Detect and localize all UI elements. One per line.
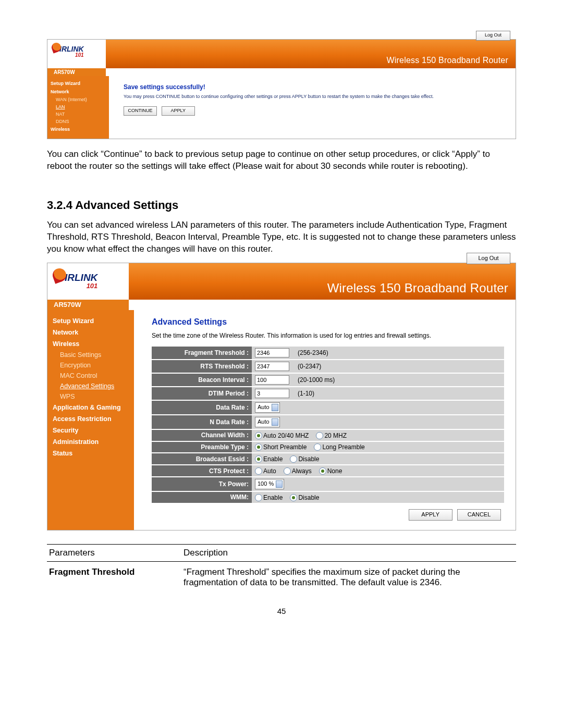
logout-button[interactable]: Log Out — [467, 253, 510, 264]
parameter-table: Parameters Description Fragment Threshol… — [47, 544, 516, 588]
radio-option[interactable] — [316, 432, 323, 439]
sidebar-item[interactable]: Network — [51, 88, 109, 96]
sidebar-item[interactable]: Status — [53, 448, 134, 459]
radio-option[interactable] — [255, 432, 262, 439]
col-parameters: Parameters — [47, 544, 181, 561]
panel-header: IRLINK101 Log Out Wireless 150 Broadband… — [47, 263, 516, 300]
doc-paragraph-2: You can set advanced wireless LAN parame… — [47, 219, 516, 255]
doc-paragraph-1: You can click “Continue” to back to prev… — [47, 149, 516, 172]
setting-label: Preamble Type : — [152, 441, 252, 453]
sidebar-item[interactable]: Advanced Settings — [53, 381, 134, 391]
sidebar: Setup WizardNetworkWirelessBasic Setting… — [47, 310, 134, 530]
setting-row: Preamble Type :Short PreambleLong Preamb… — [152, 441, 504, 453]
content: Save settings successfully! You may pres… — [109, 76, 516, 139]
setting-row: Tx Power:100 % — [152, 477, 504, 491]
text-input[interactable]: 2346 — [255, 348, 289, 357]
setting-value: 3(1-10) — [252, 387, 504, 400]
sidebar-item[interactable]: WPS — [53, 391, 134, 402]
save-title: Save settings successfully! — [124, 83, 508, 91]
range-note: (0-2347) — [298, 363, 321, 370]
radio-label: Disable — [298, 455, 319, 463]
apply-button[interactable]: APPLY — [162, 106, 195, 116]
setting-row: DTIM Period :3(1-10) — [152, 387, 504, 400]
section-heading: 3.2.4 Advanced Settings — [47, 199, 516, 212]
select-input[interactable]: Auto — [255, 402, 280, 413]
save-hint: You may press CONTINUE button to continu… — [124, 94, 508, 99]
param-desc: “Fragment Threshold” specifies the maxim… — [181, 561, 516, 588]
product-title: Wireless 150 Broadband Router — [327, 281, 508, 295]
router-advanced-panel: IRLINK101 Log Out Wireless 150 Broadband… — [47, 263, 516, 530]
section-hint: Set the time zone of the Wireless Router… — [152, 332, 504, 339]
setting-value: 2347(0-2347) — [252, 360, 504, 373]
radio-option[interactable] — [255, 455, 262, 463]
select-input[interactable]: Auto — [255, 417, 280, 427]
setting-row: Data Rate :Auto — [152, 400, 504, 415]
settings-form: Fragment Threshold :2346(256-2346)RTS Th… — [152, 347, 504, 504]
radio-option[interactable] — [319, 467, 326, 475]
setting-label: Tx Power: — [152, 477, 252, 491]
setting-label: CTS Protect : — [152, 465, 252, 477]
setting-value: EnableDisable — [252, 491, 504, 503]
sidebar-item[interactable]: Wireless — [51, 125, 109, 133]
continue-button[interactable]: CONTINUE — [124, 106, 157, 116]
sidebar-item[interactable]: LAN — [51, 103, 109, 110]
sidebar-item[interactable]: Setup Wizard — [51, 79, 109, 88]
sidebar-item[interactable]: Encryption — [53, 360, 134, 371]
setting-label: WMM: — [152, 491, 252, 503]
sidebar-item[interactable]: Network — [53, 327, 134, 338]
setting-value: Auto 20/40 MHZ20 MHZ — [252, 429, 504, 441]
radio-option[interactable] — [314, 443, 321, 451]
radio-option[interactable] — [290, 455, 297, 463]
header-bar: Log Out Wireless 150 Broadband Router — [129, 263, 516, 300]
model-strip: AR570W — [47, 68, 106, 76]
param-name: Fragment Threshold — [47, 561, 181, 588]
radio-option[interactable] — [255, 494, 262, 501]
radio-option[interactable] — [255, 467, 262, 475]
setting-row: CTS Protect :AutoAlwaysNone — [152, 465, 504, 477]
range-note: (1-10) — [298, 390, 314, 397]
text-input[interactable]: 2347 — [255, 362, 289, 371]
panel-header: IRLINK101 Log Out Wireless 150 Broadband… — [47, 40, 516, 68]
setting-label: RTS Threshold : — [152, 360, 252, 373]
sidebar-item[interactable]: Administration — [53, 436, 134, 448]
radio-option[interactable] — [290, 494, 297, 501]
setting-label: Beacon Interval : — [152, 373, 252, 387]
product-title: Wireless 150 Broadband Router — [387, 56, 508, 65]
sidebar-item[interactable]: DDNS — [51, 118, 109, 125]
setting-value: Auto — [252, 415, 504, 429]
select-input[interactable]: 100 % — [255, 479, 284, 489]
sidebar-item[interactable]: WAN (Internet) — [51, 96, 109, 103]
setting-label: Broadcast Essid : — [152, 453, 252, 465]
radio-label: 20 MHZ — [324, 432, 347, 439]
sidebar-item[interactable]: NAT — [51, 110, 109, 118]
cancel-button[interactable]: CANCEL — [457, 509, 501, 521]
setting-row: Fragment Threshold :2346(256-2346) — [152, 347, 504, 360]
range-note: (20-1000 ms) — [298, 376, 335, 384]
radio-option[interactable] — [255, 443, 262, 451]
setting-value: 100 % — [252, 477, 504, 491]
logout-button[interactable]: Log Out — [476, 31, 510, 41]
setting-row: RTS Threshold :2347(0-2347) — [152, 360, 504, 373]
router-save-panel: IRLINK101 Log Out Wireless 150 Broadband… — [47, 39, 516, 139]
setting-label: N Data Rate : — [152, 415, 252, 429]
setting-label: Fragment Threshold : — [152, 347, 252, 360]
apply-button[interactable]: APPLY — [409, 509, 452, 521]
text-input[interactable]: 3 — [255, 389, 289, 398]
sidebar-item[interactable]: Security — [53, 425, 134, 436]
sidebar-item[interactable]: Basic Settings — [53, 350, 134, 360]
logo: IRLINK101 — [47, 40, 106, 68]
sidebar-item[interactable]: Access Restriction — [53, 413, 134, 425]
setting-label: DTIM Period : — [152, 387, 252, 400]
sidebar-item[interactable]: Setup Wizard — [53, 315, 134, 327]
sidebar-item[interactable]: Wireless — [53, 338, 134, 350]
sidebar-item[interactable]: Application & Gaming — [53, 402, 134, 413]
sidebar-item[interactable]: MAC Control — [53, 371, 134, 381]
section-title: Advanced Settings — [152, 317, 504, 327]
setting-row: Channel Width :Auto 20/40 MHZ20 MHZ — [152, 429, 504, 441]
radio-option[interactable] — [284, 467, 291, 475]
text-input[interactable]: 100 — [255, 375, 289, 385]
setting-label: Channel Width : — [152, 429, 252, 441]
header-bar: Log Out Wireless 150 Broadband Router — [106, 40, 516, 68]
setting-value: AutoAlwaysNone — [252, 465, 504, 477]
radio-label: Enable — [263, 494, 283, 501]
